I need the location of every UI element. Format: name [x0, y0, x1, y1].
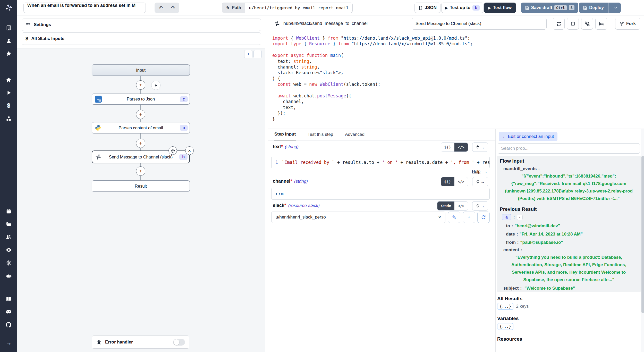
- static-mode[interactable]: Static: [437, 202, 454, 210]
- deploy-dropdown[interactable]: [611, 6, 621, 10]
- github-icon[interactable]: [0, 320, 17, 329]
- home-icon[interactable]: [0, 75, 17, 85]
- bug-icon: [96, 339, 102, 345]
- clear-icon[interactable]: ×: [438, 214, 441, 220]
- result-kv-row[interactable]: from:"paul@supabase.io": [506, 240, 638, 245]
- expand-editor-button[interactable]: [567, 18, 579, 30]
- sleep-bed-button[interactable]: [595, 18, 607, 30]
- settings-gear-icon[interactable]: [0, 258, 17, 267]
- content-value[interactable]: "Everything you need to build a product:…: [501, 254, 636, 283]
- insert-step-button[interactable]: +: [136, 110, 145, 119]
- flow-node-parses-to-json[interactable]: TS Parses to Json c: [92, 94, 190, 105]
- user-icon[interactable]: [0, 36, 17, 45]
- props-scrollbar[interactable]: [641, 129, 644, 352]
- error-handler-toggle[interactable]: [173, 339, 185, 346]
- code-editor[interactable]: import { WebClient } from "https://deno.…: [268, 32, 644, 129]
- all-results-title: All Results: [497, 296, 522, 301]
- tab-step-input[interactable]: Step Input: [274, 132, 296, 140]
- slack-resource-input[interactable]: u/henri/henri_slack_perso ×: [271, 212, 445, 223]
- channel-input[interactable]: crm: [271, 188, 490, 200]
- resources-icon[interactable]: [0, 114, 17, 123]
- folders-icon[interactable]: [0, 220, 17, 229]
- trigger-bolt-button[interactable]: [151, 81, 160, 90]
- mandrill-events-value[interactable]: "[{"event":"inbound","ts":1683819426,"ms…: [501, 172, 636, 202]
- collapse-button[interactable]: -: [517, 215, 523, 220]
- code-mode[interactable]: </>: [454, 143, 468, 152]
- zoom-in-button[interactable]: +: [244, 50, 252, 58]
- expand-sidebar-icon[interactable]: →: [0, 338, 17, 347]
- code-mode[interactable]: </>: [454, 202, 468, 210]
- error-handler-bar[interactable]: Error handler: [92, 336, 189, 349]
- code-mode[interactable]: </>: [454, 177, 468, 186]
- audit-eye-icon[interactable]: [0, 245, 17, 255]
- all-results-expand[interactable]: {...}: [497, 303, 513, 310]
- all-static-inputs-bar[interactable]: $ All Static Inputs: [22, 32, 261, 45]
- text-input-mode-toggle[interactable]: ${} </>: [441, 143, 468, 152]
- fork-button[interactable]: Fork: [615, 18, 640, 30]
- result-kv-row[interactable]: to:"henri@windmill.dev": [506, 223, 638, 229]
- settings-bar[interactable]: Settings: [22, 19, 261, 31]
- flow-node-send-message-selected[interactable]: Send Message to Channel (slack) b ×: [92, 150, 190, 163]
- path-group[interactable]: ✎ Path u/henri/triggered_by_email_report…: [222, 3, 353, 13]
- text-expression-editor[interactable]: 1 `Email received by ` + results.a.to + …: [271, 157, 490, 168]
- runs-icon[interactable]: [0, 88, 17, 97]
- slack-input-mode-toggle[interactable]: Static </>: [437, 201, 468, 211]
- windmill-logo[interactable]: [0, 0, 17, 15]
- scrollbar-thumb[interactable]: [641, 156, 644, 313]
- template-mode[interactable]: ${}: [441, 143, 454, 152]
- mandrill-events-row[interactable]: mandrill_events:: [503, 166, 638, 171]
- refresh-resource-button[interactable]: [477, 212, 490, 223]
- pencil-icon: ✎: [452, 214, 456, 220]
- text-connect-button[interactable]: →: [472, 143, 488, 152]
- flow-node-input[interactable]: Input: [92, 64, 190, 76]
- result-kv-row[interactable]: date:"Fri, Apr 14, 2023 at 10:28 AM": [506, 232, 638, 237]
- result-a-badge[interactable]: a: [502, 214, 511, 220]
- slack-connect-button[interactable]: →: [472, 201, 488, 211]
- docs-book-icon[interactable]: [0, 294, 17, 304]
- bot-icon[interactable]: [0, 271, 17, 280]
- zoom-out-button[interactable]: −: [253, 50, 262, 58]
- move-step-handle[interactable]: [168, 146, 177, 155]
- test-flow-button[interactable]: ▶ Test flow: [484, 3, 516, 13]
- webhook-call-button[interactable]: [581, 18, 593, 30]
- json-button[interactable]: JSON: [414, 3, 440, 13]
- content-row[interactable]: content:: [503, 247, 638, 253]
- subject-row[interactable]: subject: "Welcome to Supabase": [503, 286, 638, 291]
- flow-node-parses-content[interactable]: Parses content of email a: [92, 122, 190, 133]
- insert-step-button[interactable]: +: [136, 166, 145, 176]
- search-prop-input[interactable]: Search prop...: [498, 143, 640, 154]
- undo-button[interactable]: ↶: [155, 3, 167, 13]
- groups-icon[interactable]: [0, 232, 17, 242]
- flow-title-input[interactable]: When an email is forwarded to an address…: [23, 3, 146, 13]
- channel-input-mode-toggle[interactable]: ${} </>: [441, 177, 468, 186]
- edit-or-connect-button[interactable]: ← Edit or connect an input: [499, 132, 557, 141]
- save-draft-button[interactable]: Save draft Ctrl S: [521, 3, 578, 13]
- step-summary-input[interactable]: Send Message to Channel (slack): [412, 18, 547, 30]
- template-mode[interactable]: ${}: [441, 177, 454, 186]
- code-line: }: [272, 116, 644, 122]
- channel-connect-button[interactable]: →: [472, 177, 488, 186]
- schedules-icon[interactable]: [0, 207, 17, 216]
- insert-step-button[interactable]: +: [136, 80, 145, 90]
- discord-icon[interactable]: [0, 307, 17, 316]
- test-up-to-button[interactable]: ▶ Test up to b: [441, 3, 484, 13]
- variables-icon[interactable]: $: [0, 101, 17, 110]
- variables-expand[interactable]: {...}: [497, 323, 513, 330]
- swap-script-button[interactable]: [553, 18, 565, 30]
- help-link[interactable]: Help: [472, 169, 480, 174]
- redo-button[interactable]: ↷: [167, 3, 179, 13]
- insert-step-button[interactable]: +: [136, 139, 145, 148]
- star-icon[interactable]: [0, 49, 17, 58]
- toggle-knob: [174, 339, 179, 345]
- code-line: import type { Resource } from "https://d…: [272, 41, 644, 47]
- delete-step-button[interactable]: ×: [185, 146, 194, 155]
- tab-advanced[interactable]: Advanced: [345, 132, 365, 140]
- deploy-button[interactable]: Deploy: [579, 3, 621, 13]
- path-value[interactable]: u/henri/triggered_by_email_report_email: [245, 3, 352, 13]
- add-resource-button[interactable]: +: [463, 212, 475, 223]
- tab-test-this-step[interactable]: Test this step: [308, 132, 333, 140]
- edit-resource-button[interactable]: ✎: [448, 212, 460, 223]
- workspace-icon[interactable]: [0, 23, 17, 32]
- flow-node-result[interactable]: Result: [92, 180, 190, 192]
- lightning-icon: [154, 83, 158, 88]
